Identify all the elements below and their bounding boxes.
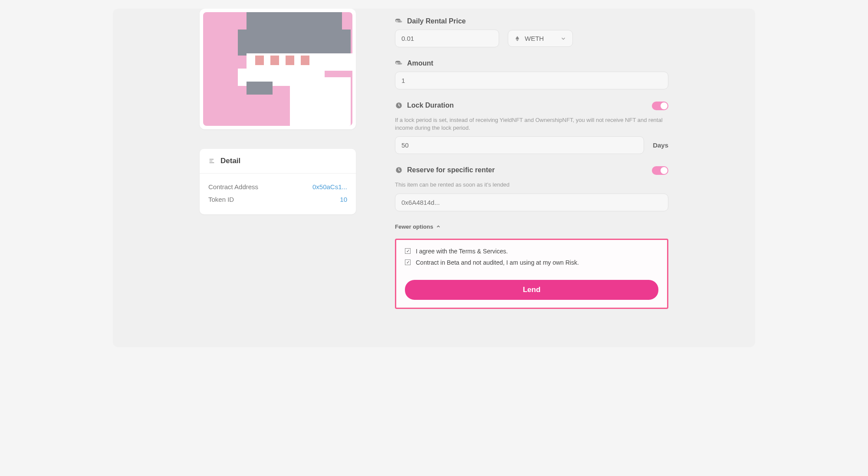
- currency-select[interactable]: WETH: [508, 30, 573, 47]
- amount-input[interactable]: [395, 72, 668, 89]
- reserve-section: Reserve for specific renter This item ca…: [395, 166, 668, 211]
- coins-icon: [395, 59, 403, 67]
- daily-price-input[interactable]: [395, 30, 499, 47]
- contract-address-value[interactable]: 0x50aCs1...: [312, 183, 347, 190]
- svg-point-6: [398, 63, 402, 65]
- daily-price-label: Daily Rental Price: [407, 17, 466, 25]
- amount-label: Amount: [407, 59, 433, 67]
- ethereum-icon: [514, 36, 520, 42]
- reserve-address-input[interactable]: [395, 194, 668, 211]
- svg-point-5: [396, 61, 401, 63]
- chevron-down-icon: [560, 36, 566, 42]
- token-id-value[interactable]: 10: [340, 196, 347, 203]
- clock-icon: [395, 102, 403, 109]
- detail-icon: [208, 158, 215, 164]
- lock-duration-description: If a lock period is set, instead of rece…: [395, 116, 668, 132]
- risk-checkbox-row: ✓ Contract in Beta and not audited, I am…: [405, 259, 658, 266]
- confirmation-box: ✓ I agree with the Terms & Services. ✓ C…: [395, 239, 668, 309]
- risk-checkbox[interactable]: ✓: [405, 259, 411, 265]
- detail-body: Contract Address 0x50aCs1... Token ID 10: [200, 174, 356, 214]
- amount-section: Amount: [395, 59, 668, 89]
- detail-row-tokenid: Token ID 10: [208, 193, 347, 206]
- lock-duration-toggle[interactable]: [652, 102, 668, 110]
- coins-icon: [395, 17, 403, 25]
- lend-button[interactable]: Lend: [405, 280, 658, 300]
- reserve-toggle[interactable]: [652, 166, 668, 175]
- right-column: Daily Rental Price WETH Amount: [356, 9, 755, 347]
- left-column: Detail Contract Address 0x50aCs1... Toke…: [113, 9, 356, 347]
- nft-pixel-art: [203, 12, 352, 126]
- nft-image-card: [200, 9, 356, 129]
- chevron-up-icon: [436, 224, 441, 229]
- terms-label: I agree with the Terms & Services.: [416, 248, 508, 255]
- svg-point-4: [398, 21, 402, 23]
- clock-icon: [395, 166, 403, 174]
- detail-row-contract: Contract Address 0x50aCs1...: [208, 181, 347, 193]
- daily-price-section: Daily Rental Price WETH: [395, 17, 668, 47]
- risk-label: Contract in Beta and not audited, I am u…: [416, 259, 579, 266]
- terms-checkbox[interactable]: ✓: [405, 248, 411, 254]
- currency-value: WETH: [525, 35, 544, 42]
- token-id-label: Token ID: [208, 196, 234, 203]
- fewer-options-label: Fewer options: [395, 223, 433, 230]
- detail-card: Detail Contract Address 0x50aCs1... Toke…: [200, 149, 356, 214]
- lock-duration-label: Lock Duration: [407, 102, 454, 109]
- reserve-description: This item can be rented as soon as it's …: [395, 181, 668, 189]
- fewer-options-toggle[interactable]: Fewer options: [395, 223, 668, 230]
- main-container: Detail Contract Address 0x50aCs1... Toke…: [113, 9, 755, 347]
- lock-duration-input[interactable]: [395, 136, 644, 154]
- terms-checkbox-row: ✓ I agree with the Terms & Services.: [405, 248, 658, 255]
- detail-title: Detail: [220, 157, 240, 165]
- contract-address-label: Contract Address: [208, 183, 258, 190]
- svg-point-3: [396, 19, 401, 21]
- detail-header: Detail: [200, 149, 356, 174]
- lock-duration-section: Lock Duration If a lock period is set, i…: [395, 102, 668, 154]
- lock-duration-unit: Days: [653, 141, 668, 149]
- reserve-label: Reserve for specific renter: [407, 166, 495, 174]
